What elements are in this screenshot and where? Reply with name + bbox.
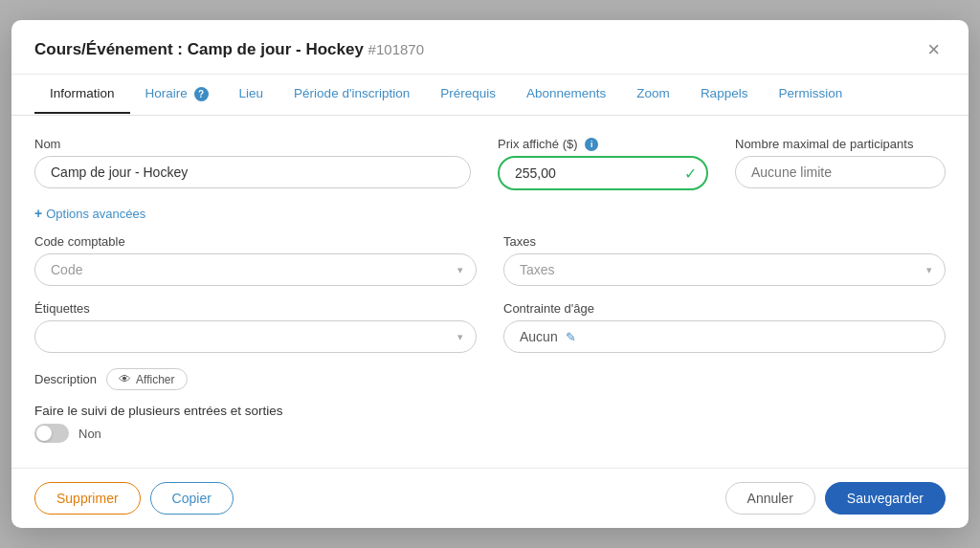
participants-group: Nombre maximal de participants — [735, 137, 946, 188]
description-label: Description — [34, 372, 97, 386]
tab-horaire[interactable]: Horaire ? — [130, 75, 224, 115]
prix-input-wrapper: ✓ — [498, 156, 708, 190]
prix-label: Prix affiché ($) i — [498, 137, 708, 152]
participants-input[interactable] — [735, 156, 946, 188]
tab-abonnements[interactable]: Abonnements — [511, 75, 621, 114]
afficher-label: Afficher — [136, 373, 174, 386]
participants-label: Nombre maximal de participants — [735, 137, 946, 151]
tracking-toggle[interactable] — [34, 424, 69, 443]
plus-icon: + — [34, 206, 42, 221]
description-row: Description 👁 Afficher — [34, 368, 946, 390]
footer-right: Annuler Sauvegarder — [725, 482, 946, 515]
code-comptable-group: Code comptable Code ▾ — [34, 234, 477, 286]
modal-footer: Supprimer Copier Annuler Sauvegarder — [11, 468, 969, 528]
etiquettes-group: Étiquettes ▾ — [34, 301, 477, 353]
etiquettes-select-wrapper: ▾ — [34, 320, 477, 353]
close-button[interactable]: × — [922, 37, 946, 62]
prix-info-icon: i — [585, 138, 598, 151]
tab-permission[interactable]: Permission — [763, 75, 858, 114]
taxes-select-wrapper: Taxes ▾ — [503, 253, 946, 286]
afficher-button[interactable]: 👁 Afficher — [106, 368, 187, 390]
advanced-options-label: Options avancées — [46, 207, 145, 221]
delete-button[interactable]: Supprimer — [34, 482, 141, 515]
tracking-row: Faire le suivi de plusieurs entrées et s… — [34, 404, 946, 443]
eye-icon: 👁 — [119, 372, 131, 386]
taxes-group: Taxes Taxes ▾ — [503, 234, 946, 286]
toggle-row: Non — [34, 424, 946, 443]
tab-rappels[interactable]: Rappels — [685, 75, 764, 114]
modal-title: Cours/Événement : Camp de jour - Hockey … — [34, 40, 424, 59]
taxes-label: Taxes — [503, 234, 946, 249]
etiquettes-select[interactable] — [34, 320, 477, 353]
copy-button[interactable]: Copier — [150, 482, 234, 515]
modal-header: Cours/Événement : Camp de jour - Hockey … — [11, 20, 969, 75]
tabs-bar: Information Horaire ? Lieu Période d'ins… — [11, 75, 969, 116]
event-id: #101870 — [368, 41, 424, 57]
code-comptable-label: Code comptable — [34, 234, 477, 249]
etiquettes-label: Étiquettes — [34, 301, 477, 316]
advanced-options-button[interactable]: + Options avancées — [34, 206, 145, 221]
contrainte-age-label: Contrainte d'âge — [503, 301, 946, 316]
horaire-help-icon: ? — [194, 87, 209, 101]
contrainte-age-edit-icon: ✎ — [566, 330, 576, 344]
nom-input[interactable] — [34, 156, 471, 188]
toggle-label: Non — [78, 427, 101, 441]
prix-group: Prix affiché ($) i ✓ — [498, 137, 708, 191]
code-comptable-select[interactable]: Code — [34, 253, 477, 286]
modal-body: Nom Prix affiché ($) i ✓ Nombre maximal … — [11, 116, 969, 469]
nom-label: Nom — [34, 137, 471, 151]
tracking-label: Faire le suivi de plusieurs entrées et s… — [34, 404, 946, 418]
prix-input[interactable] — [498, 156, 708, 190]
toggle-knob — [36, 426, 52, 441]
tab-prerequis[interactable]: Prérequis — [425, 75, 511, 114]
form-row-3: Étiquettes ▾ Contrainte d'âge Aucun ✎ — [34, 301, 946, 353]
modal: Cours/Événement : Camp de jour - Hockey … — [11, 20, 969, 529]
footer-left: Supprimer Copier — [34, 482, 234, 515]
form-row-1: Nom Prix affiché ($) i ✓ Nombre maximal … — [34, 137, 946, 191]
tab-zoom[interactable]: Zoom — [621, 75, 685, 114]
tab-periode[interactable]: Période d'inscription — [278, 75, 425, 114]
contrainte-age-value: Aucun — [520, 329, 558, 344]
nom-group: Nom — [34, 137, 471, 188]
taxes-select[interactable]: Taxes — [503, 253, 946, 286]
modal-title-text: Cours/Événement : Camp de jour - Hockey — [34, 40, 364, 58]
save-button[interactable]: Sauvegarder — [825, 482, 946, 515]
cancel-button[interactable]: Annuler — [725, 482, 815, 515]
tab-lieu[interactable]: Lieu — [224, 75, 279, 114]
contrainte-age-field[interactable]: Aucun ✎ — [503, 320, 946, 353]
form-row-2: Code comptable Code ▾ Taxes Taxes ▾ — [34, 234, 946, 286]
tab-information[interactable]: Information — [34, 75, 130, 114]
contrainte-age-group: Contrainte d'âge Aucun ✎ — [503, 301, 946, 353]
code-comptable-select-wrapper: Code ▾ — [34, 253, 477, 286]
